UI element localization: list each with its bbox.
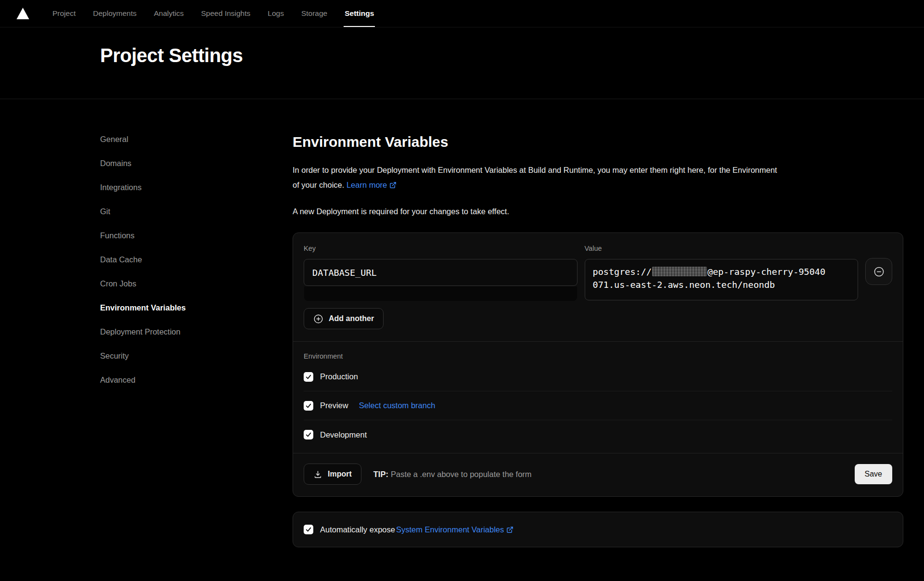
- env-row-preview: Preview Select custom branch: [304, 391, 892, 420]
- top-navigation: Project Deployments Analytics Speed Insi…: [0, 0, 924, 27]
- tab-project[interactable]: Project: [44, 0, 84, 27]
- development-label: Development: [320, 430, 367, 439]
- value-input[interactable]: postgres://@ep-raspy-cherry-95040071.us-…: [585, 259, 859, 300]
- select-custom-branch-link[interactable]: Select custom branch: [359, 401, 436, 410]
- save-button[interactable]: Save: [855, 464, 892, 484]
- tab-settings[interactable]: Settings: [336, 0, 383, 27]
- auto-expose-checkbox[interactable]: [304, 525, 313, 534]
- key-input[interactable]: DATABASE_URL: [304, 259, 578, 286]
- vercel-logo-icon[interactable]: [16, 0, 29, 27]
- environment-label: Environment: [304, 352, 892, 360]
- auto-expose-card: Automatically expose System Environment …: [293, 512, 903, 547]
- preview-checkbox[interactable]: [304, 401, 313, 411]
- tab-speed-insights[interactable]: Speed Insights: [192, 0, 259, 27]
- production-checkbox[interactable]: [304, 372, 313, 382]
- checkmark-icon: [306, 403, 311, 409]
- environment-rows: Production Preview Select custom branch …: [304, 362, 892, 449]
- section-description: In order to provide your Deployment with…: [293, 163, 903, 193]
- download-icon: [313, 470, 322, 479]
- key-field-group: Key DATABASE_URL: [304, 243, 578, 301]
- section-heading: Environment Variables: [293, 134, 903, 150]
- sidebar-item-git[interactable]: Git: [100, 206, 293, 217]
- sidebar-item-domains[interactable]: Domains: [100, 158, 293, 169]
- checkmark-icon: [306, 374, 311, 380]
- preview-label: Preview: [320, 401, 348, 410]
- sidebar-item-integrations[interactable]: Integrations: [100, 182, 293, 193]
- tip-text: TIP:Paste a .env above to populate the f…: [373, 470, 532, 479]
- external-link-icon: [506, 526, 513, 533]
- sidebar-item-advanced[interactable]: Advanced: [100, 374, 293, 386]
- system-env-vars-link[interactable]: System Environment Variables: [396, 525, 513, 534]
- env-var-form-card: Key DATABASE_URL Value postgres://@ep-ra…: [293, 232, 903, 497]
- key-suggestion-panel: [304, 286, 577, 301]
- learn-more-link[interactable]: Learn more: [346, 181, 397, 189]
- external-link-icon: [389, 181, 397, 189]
- redacted-credentials-block: [652, 267, 707, 276]
- description-line2: of your choice.: [293, 181, 344, 189]
- auto-expose-text: Automatically expose: [320, 525, 395, 534]
- sidebar-item-general[interactable]: General: [100, 134, 293, 145]
- sidebar-item-functions[interactable]: Functions: [100, 230, 293, 241]
- remove-cell: [865, 243, 892, 301]
- sidebar-item-cron-jobs[interactable]: Cron Jobs: [100, 278, 293, 289]
- redeploy-note: A new Deployment is required for your ch…: [293, 207, 903, 216]
- sidebar-item-deployment-protection[interactable]: Deployment Protection: [100, 326, 293, 337]
- key-label: Key: [304, 245, 578, 252]
- page-title: Project Settings: [100, 45, 924, 66]
- description-line1: In order to provide your Deployment with…: [293, 166, 777, 174]
- tab-deployments[interactable]: Deployments: [84, 0, 145, 27]
- circle-plus-icon: [313, 314, 323, 324]
- tab-logs[interactable]: Logs: [259, 0, 293, 27]
- sidebar-item-security[interactable]: Security: [100, 350, 293, 362]
- circle-minus-icon: [873, 266, 885, 277]
- value-label: Value: [585, 245, 859, 252]
- sidebar-item-environment-variables[interactable]: Environment Variables: [100, 302, 293, 313]
- value-field-group: Value postgres://@ep-raspy-cherry-950400…: [585, 243, 859, 301]
- card-divider: [293, 341, 903, 342]
- card-footer: Import TIP:Paste a .env above to populat…: [304, 453, 892, 485]
- nav-tabs: Project Deployments Analytics Speed Insi…: [44, 0, 383, 27]
- checkmark-icon: [306, 432, 311, 438]
- value-prefix: postgres://: [593, 267, 652, 277]
- add-another-button[interactable]: Add another: [304, 308, 384, 329]
- value-line1-rest: @ep-raspy-cherry-95040: [707, 267, 825, 277]
- env-row-development: Development: [304, 420, 892, 449]
- remove-row-button[interactable]: [865, 258, 892, 285]
- env-row-production: Production: [304, 362, 892, 391]
- production-label: Production: [320, 372, 358, 381]
- settings-sidebar: General Domains Integrations Git Functio…: [100, 134, 293, 547]
- checkmark-icon: [306, 527, 311, 532]
- environment-variables-section: Environment Variables In order to provid…: [293, 134, 903, 547]
- sidebar-item-data-cache[interactable]: Data Cache: [100, 254, 293, 265]
- page-header: Project Settings: [0, 27, 924, 99]
- value-line2: 071.us-east-2.aws.neon.tech/neondb: [593, 280, 775, 290]
- tab-storage[interactable]: Storage: [293, 0, 336, 27]
- import-button[interactable]: Import: [304, 464, 361, 485]
- development-checkbox[interactable]: [304, 430, 313, 439]
- tab-analytics[interactable]: Analytics: [145, 0, 192, 27]
